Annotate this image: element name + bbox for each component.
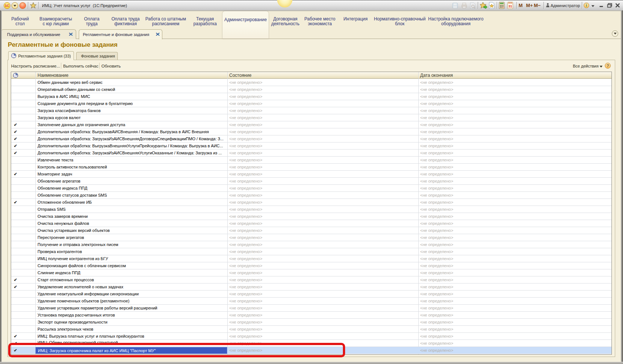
svg-text:31: 31 [508, 4, 512, 8]
